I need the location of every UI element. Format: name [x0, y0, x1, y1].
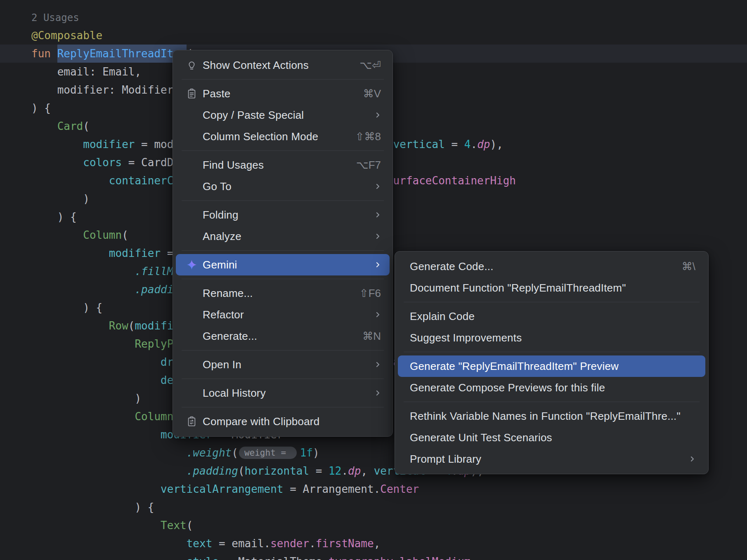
code-token: surfaceContainerHigh [387, 174, 516, 187]
icon-placeholder [186, 388, 197, 399]
menu-item-label: Document Function "ReplyEmailThreadItem" [410, 282, 626, 294]
menu-item-generate-code[interactable]: Generate Code...⌘\ [398, 256, 705, 277]
indent [31, 501, 135, 513]
menu-item-refactor[interactable]: Refactor [176, 304, 390, 325]
menu-separator [182, 407, 384, 407]
indent [31, 247, 109, 259]
code-line: ) { [0, 498, 747, 516]
icon-placeholder [186, 231, 197, 242]
menu-item-label: Analyze [203, 230, 241, 243]
menu-item-label: Generate Compose Previews for this file [410, 381, 605, 394]
menu-separator [182, 279, 384, 279]
menu-item-explain-code[interactable]: Explain Code [398, 306, 705, 327]
menu-separator [182, 379, 384, 379]
menu-item-generate-replyemailthreaditem-preview[interactable]: Generate "ReplyEmailThreadItem" Preview [398, 355, 705, 377]
menu-item-generate-compose-previews-for-this-file[interactable]: Generate Compose Previews for this file [398, 377, 705, 398]
menu-item-label: Suggest Improvements [410, 332, 522, 344]
code-token: firstName [316, 537, 374, 550]
menu-item-go-to[interactable]: Go To [176, 176, 390, 197]
code-token: Column [83, 229, 122, 241]
menu-item-copy-paste-special[interactable]: Copy / Paste Special [176, 104, 390, 126]
code-token: modifier [83, 138, 135, 151]
code-token: ) { [135, 501, 154, 513]
paste-icon [186, 88, 197, 99]
menu-item-document-function-replyemailthreaditem[interactable]: Document Function "ReplyEmailThreadItem" [398, 277, 705, 299]
menu-item-prompt-library[interactable]: Prompt Library [398, 448, 705, 470]
menu-item-rename[interactable]: Rename...⇧F6 [176, 282, 390, 304]
menu-item-label: Local History [203, 387, 266, 400]
indent [31, 283, 135, 296]
indent [31, 66, 57, 78]
menu-item-generate[interactable]: Generate...⌘N [176, 325, 390, 347]
code-token: dp [348, 465, 361, 477]
menu-item-label: Copy / Paste Special [203, 109, 304, 122]
code-token: ) { [83, 301, 102, 314]
menu-item-column-selection-mode[interactable]: Column Selection Mode⇧⌘8 [176, 126, 390, 147]
indent [31, 138, 83, 151]
menu-separator [182, 350, 384, 351]
chevron-right-icon [362, 181, 381, 191]
code-token: = MaterialTheme. [219, 555, 329, 560]
indent [31, 301, 83, 314]
menu-item-show-context-actions[interactable]: Show Context Actions⌥⏎ [176, 54, 390, 76]
code-line: 2 Usages [0, 8, 747, 26]
menu-separator [182, 79, 384, 80]
code-token: labelMedium [400, 555, 470, 560]
menu-item-folding[interactable]: Folding [176, 204, 390, 226]
code-token: Center [380, 483, 419, 495]
menu-separator [182, 200, 384, 201]
menu-item-gemini[interactable]: Gemini [176, 254, 390, 275]
menu-item-label: Paste [203, 87, 231, 100]
code-token: Card [57, 120, 83, 132]
code-token: = Arrangement. [284, 483, 381, 495]
context-menu: Show Context Actions⌥⏎Paste⌘VCopy / Past… [173, 50, 393, 437]
code-token: = [445, 138, 464, 151]
menu-item-analyze[interactable]: Analyze [176, 226, 390, 247]
indent [31, 229, 83, 241]
menu-item-generate-unit-test-scenarios[interactable]: Generate Unit Test Scenarios [398, 427, 705, 448]
indent [31, 84, 57, 96]
chevron-right-icon [362, 310, 381, 320]
menu-item-label: Generate "ReplyEmailThreadItem" Preview [410, 360, 619, 373]
indent [31, 156, 83, 169]
code-token: 4 [464, 138, 471, 151]
menu-item-label: Go To [203, 180, 232, 193]
indent [31, 193, 83, 205]
menu-item-label: Folding [203, 209, 239, 221]
chevron-right-icon [362, 210, 381, 220]
icon-placeholder [186, 309, 197, 320]
menu-item-label: Prompt Library [410, 453, 481, 466]
menu-item-rethink-variable-names-in-function-replyemailthre[interactable]: Rethink Variable Names in Function "Repl… [398, 405, 705, 427]
code-token: typography [329, 555, 393, 560]
menu-item-find-usages[interactable]: Find Usages⌥F7 [176, 154, 390, 176]
menu-item-label: Find Usages [203, 159, 264, 172]
code-token: . [471, 138, 478, 151]
indent [31, 120, 57, 132]
code-token: 2 Usages [31, 12, 79, 24]
code-token: colors [83, 156, 122, 169]
icon-placeholder [186, 160, 197, 171]
code-token: 1f [300, 447, 313, 459]
gemini-icon [186, 259, 197, 271]
indent [31, 519, 161, 532]
code-line: @Composable [0, 26, 747, 45]
chevron-right-icon [362, 360, 381, 369]
menu-item-open-in[interactable]: Open In [176, 354, 390, 375]
code-token: . [309, 537, 316, 550]
menu-item-label: Gemini [203, 259, 237, 271]
code-line: style = MaterialTheme.typography.labelMe… [0, 553, 747, 560]
menu-item-label: Show Context Actions [203, 59, 309, 72]
menu-item-paste[interactable]: Paste⌘V [176, 83, 390, 104]
menu-item-suggest-improvements[interactable]: Suggest Improvements [398, 327, 705, 348]
code-token: ) [313, 447, 319, 459]
code-token: style [187, 555, 219, 560]
menu-item-shortcut: ⌥⏎ [343, 59, 381, 72]
menu-separator [404, 352, 700, 352]
code-token: = email. [212, 537, 270, 550]
icon-placeholder [186, 331, 197, 342]
menu-item-compare-with-clipboard[interactable]: Compare with Clipboard [176, 411, 390, 432]
icon-placeholder [186, 110, 197, 121]
menu-item-label: Generate Code... [410, 260, 494, 273]
menu-item-local-history[interactable]: Local History [176, 382, 390, 404]
icon-placeholder [186, 288, 197, 299]
